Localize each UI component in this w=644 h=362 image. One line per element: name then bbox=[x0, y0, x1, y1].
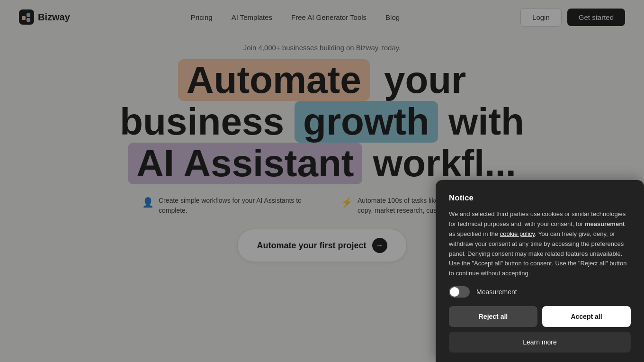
toggle-label: Measurement bbox=[476, 288, 517, 296]
cookie-title: Notice bbox=[449, 193, 631, 203]
cookie-modal: Notice We and selected third parties use… bbox=[436, 180, 644, 362]
measurement-toggle-row: Measurement bbox=[449, 286, 631, 298]
reject-all-button[interactable]: Reject all bbox=[449, 306, 537, 327]
toggle-thumb bbox=[450, 287, 459, 297]
accept-all-button[interactable]: Accept all bbox=[542, 306, 631, 327]
measurement-toggle[interactable] bbox=[449, 286, 470, 298]
cookie-bold: measurement bbox=[585, 220, 625, 227]
learn-more-button[interactable]: Learn more bbox=[449, 332, 631, 353]
cookie-button-row: Reject all Accept all bbox=[449, 306, 631, 327]
cookie-body-p2: as specified in the bbox=[449, 230, 500, 237]
cookie-policy-link[interactable]: cookie policy bbox=[500, 230, 535, 237]
cookie-body: We and selected third parties use cookie… bbox=[449, 209, 631, 279]
